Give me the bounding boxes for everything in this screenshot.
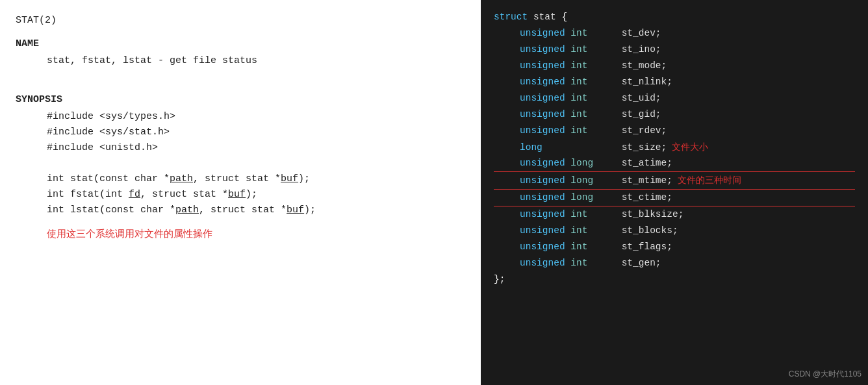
struct-field-2: unsigned int st_mode;: [494, 58, 855, 74]
field-type1: unsigned: [520, 255, 565, 271]
func3: int lstat(const char *path, struct stat …: [16, 203, 465, 218]
field-space2: [587, 223, 621, 239]
struct-field-9: unsigned long st_mtime;文件的三种时间: [494, 172, 855, 190]
func2-mid: , struct stat *: [140, 189, 228, 200]
struct-field-6: unsigned int st_rdev;: [494, 123, 855, 139]
field-type1: unsigned: [520, 74, 565, 90]
func2-pre: int fstat(int: [47, 189, 129, 200]
field-type1: unsigned: [520, 106, 565, 123]
func1-buf: buf: [281, 173, 298, 184]
field-space2: [587, 123, 621, 139]
struct-open: struct stat {: [494, 9, 855, 25]
field-space2: [587, 25, 621, 42]
field-type1: unsigned: [520, 25, 565, 42]
field-type2: int: [570, 58, 587, 74]
field-type2: int: [570, 206, 587, 223]
func2-buf: buf: [228, 189, 246, 200]
field-type2: int: [570, 239, 587, 255]
field-type1: unsigned: [520, 42, 565, 58]
right-panel: struct stat { unsigned int st_dev; unsig…: [481, 0, 868, 385]
field-space: [565, 42, 571, 58]
field-indent: [494, 106, 520, 123]
func2: int fstat(int fd, struct stat *buf);: [16, 187, 465, 203]
field-name: st_nlink;: [622, 74, 672, 90]
field-indent: [494, 239, 520, 255]
field-type1: unsigned: [520, 90, 565, 106]
field-indent: [494, 155, 520, 171]
stat-header: STAT(2): [16, 13, 465, 29]
field-name: st_rdev;: [622, 123, 667, 139]
field-indent: [494, 25, 520, 42]
struct-brace-close: };: [494, 271, 505, 288]
field-name: st_flags;: [622, 239, 672, 255]
field-space2: [587, 206, 621, 223]
include1: #include <sys/types.h>: [16, 109, 465, 125]
field-name: st_ino;: [622, 42, 661, 58]
field-indent: [494, 173, 520, 189]
field-name: st_dev;: [622, 25, 661, 42]
field-annotation: 文件的三种时间: [678, 172, 741, 188]
struct-brace-open: {: [561, 9, 567, 25]
field-space: [565, 90, 571, 106]
struct-field-3: unsigned int st_nlink;: [494, 74, 855, 90]
field-space2: [593, 155, 622, 171]
field-space2: [587, 58, 621, 74]
field-type2: long: [570, 190, 593, 206]
field-space2: [587, 106, 621, 123]
field-space: [565, 173, 571, 189]
field-space: [565, 206, 571, 223]
name-section: NAME: [16, 36, 465, 52]
include2: #include <sys/stat.h>: [16, 125, 465, 140]
field-space2: [593, 173, 622, 189]
field-type2: int: [570, 123, 587, 139]
field-type2: int: [570, 90, 587, 106]
field-space2: [587, 42, 621, 58]
struct-close: };: [494, 271, 855, 288]
field-name: st_uid;: [622, 90, 661, 106]
note: 使用这三个系统调用对文件的属性操作: [16, 227, 465, 243]
struct-field-1: unsigned int st_ino;: [494, 42, 855, 58]
struct-field-14: unsigned int st_gen;: [494, 255, 855, 271]
field-name: st_atime;: [622, 155, 672, 171]
field-space: [565, 74, 571, 90]
field-type2: int: [570, 223, 587, 239]
field-space: [565, 123, 571, 139]
struct-field-4: unsigned int st_uid;: [494, 90, 855, 106]
field-indent: [494, 123, 520, 139]
field-space2: [587, 255, 621, 271]
field-indent: [494, 255, 520, 271]
field-type1: unsigned: [520, 206, 565, 223]
field-type1: unsigned: [520, 155, 565, 171]
field-indent: [494, 90, 520, 106]
field-space: [565, 106, 571, 123]
field-type2: int: [570, 255, 587, 271]
struct-field-12: unsigned int st_blocks;: [494, 223, 855, 239]
field-space2: [542, 140, 622, 156]
field-type1: unsigned: [520, 190, 565, 206]
field-space2: [593, 190, 622, 206]
field-space: [565, 239, 571, 255]
field-name: st_gid;: [622, 106, 661, 123]
field-name: st_blocks;: [622, 223, 678, 239]
func1-end: );: [298, 173, 310, 184]
func1-pre: int stat(const char *: [47, 173, 170, 184]
field-indent: [494, 206, 520, 223]
field-type2: int: [570, 106, 587, 123]
field-name: st_blksize;: [622, 206, 684, 223]
field-type2: long: [570, 173, 593, 189]
field-type1: long: [520, 140, 542, 156]
field-name: st_gen;: [622, 255, 661, 271]
field-type1: unsigned: [520, 123, 565, 139]
include3: #include <unistd.h>: [16, 140, 465, 156]
field-indent: [494, 42, 520, 58]
field-name: st_ctime;: [622, 190, 672, 206]
field-type1: unsigned: [520, 173, 565, 189]
field-space2: [587, 239, 621, 255]
struct-field-7: long st_size;文件大小: [494, 139, 855, 156]
field-indent: [494, 223, 520, 239]
func1: int stat(const char *path, struct stat *…: [16, 171, 465, 187]
struct-fields: unsigned int st_dev; unsigned int st_ino…: [494, 25, 855, 271]
func3-path: path: [175, 205, 199, 216]
func2-fd: fd: [129, 189, 140, 200]
name-content: stat, fstat, lstat - get file status: [16, 53, 465, 69]
